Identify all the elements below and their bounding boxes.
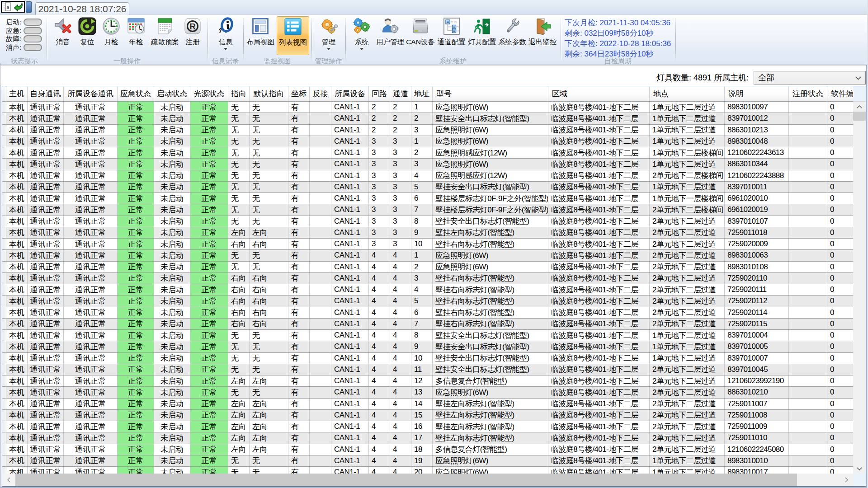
layout-view-button[interactable]: 布局视图 [245,16,275,55]
column-header-1[interactable]: 主机 [6,86,28,101]
table-row[interactable]: 本机通讯正常通讯正常正常未启动正常无无有CAN1-1449壁挂安全出口标志灯(智… [2,341,853,352]
column-header-12[interactable]: 回路 [369,86,390,101]
column-header-20[interactable]: 软件编号 [827,86,853,101]
column-header-5[interactable]: 启动状态 [154,86,190,101]
qat-menu-button[interactable] [26,1,32,13]
column-header-10[interactable]: 反接 [310,86,331,101]
list-view-button[interactable]: 列表视图 [277,16,309,55]
mute-button[interactable]: 消音 [52,16,74,55]
column-header-15[interactable]: 型号 [433,86,548,101]
table-row[interactable]: 本机通讯正常通讯正常正常未启动正常左向左向有CAN1-14415壁挂左向标志灯(… [2,410,853,421]
table-row[interactable]: 本机通讯正常通讯正常正常未启动正常无无有CAN1-14411壁挂安全出口标志灯(… [2,364,853,375]
table-row[interactable]: 本机通讯正常通讯正常正常未启动正常无无有CAN1-1334应急照明感应灯(12W… [2,170,853,182]
table-cell: 本机 [6,444,28,455]
table-row[interactable]: 本机通讯正常通讯正常正常未启动正常无无有CAN1-1221应急照明灯(6W)临波… [2,102,853,113]
table-row[interactable]: 本机通讯正常通讯正常正常未启动正常左向左向有CAN1-14417壁挂左向标志灯(… [2,432,853,444]
title-tab[interactable]: 2021-10-28 18:07:26 [35,2,129,15]
green-arrow-icon[interactable] [13,2,23,12]
table-cell: 正常 [190,467,228,474]
user-management-button[interactable]: 用户管理 [375,16,405,55]
info-button[interactable]: 信息 [212,16,239,55]
column-header-6[interactable]: 光源状态 [190,86,228,101]
column-header-8[interactable]: 默认指向 [250,86,288,101]
table-row[interactable]: 本机通讯正常通讯正常正常未启动正常无无有CAN1-1223应急照明灯(6W)临波… [2,125,853,136]
manage-button[interactable]: 管理 [316,16,342,55]
table-row[interactable]: 本机通讯正常通讯正常正常未启动正常无无有CAN1-1337壁挂楼层标志灯0F-9… [2,204,853,216]
table-row[interactable]: 本机通讯正常通讯正常正常未启动正常无无有CAN1-14413应急照明灯(6W)临… [2,387,853,398]
table-cell: 无 [250,387,288,398]
table-cell: 1单元地下二层过道 [650,113,725,124]
column-header-16[interactable]: 区域 [548,86,650,101]
table-row[interactable]: 本机通讯正常通讯正常正常未启动正常无无有CAN1-14410壁挂安全出口标志灯(… [2,353,853,364]
table-cell [310,262,331,272]
vertical-scrollbar-track[interactable] [853,102,866,474]
vertical-scrollbar[interactable] [853,86,866,474]
column-header-9[interactable]: 坐标 [288,86,310,101]
table-row[interactable]: 本机通讯正常通讯正常正常未启动正常无无有CAN1-14419应急照明灯(6W)临… [2,455,853,467]
table-row[interactable]: 本机通讯正常通讯正常正常未启动正常右向右向有CAN1-13310壁挂右向标志灯(… [2,239,853,250]
table-row[interactable]: 本机通讯正常通讯正常正常未启动正常无无有CAN1-1331应急照明灯(6W)临波… [2,136,853,147]
table-cell: 本机 [6,364,28,375]
system-button[interactable]: 系统 [349,16,375,55]
table-cell: 临波庭8号楼/401-地下二层 [548,204,650,215]
channel-config-button[interactable]: 通道配置 [437,16,466,55]
annual-check-button[interactable]: 年检 [125,16,147,55]
can-device-button[interactable]: CAN设备 [406,16,435,55]
table-row[interactable]: 本机通讯正常通讯正常正常未启动正常无无有CAN1-1336壁挂楼层标志灯0F-9… [2,193,853,204]
monthly-check-button[interactable]: 月检 [100,16,122,55]
system-params-button[interactable]: 系统参数 [497,16,527,55]
table-row[interactable]: 本机通讯正常通讯正常正常未启动正常无无有CAN1-1332应急照明感应灯(12W… [2,147,853,159]
table-row[interactable]: 本机通讯正常通讯正常正常未启动正常右向右向有CAN1-1443壁挂右向标志灯(智… [2,273,853,284]
register-button[interactable]: R 注册 [182,16,203,55]
table-row[interactable]: 本机通讯正常通讯正常正常未启动正常左向左向有CAN1-14418多信息复合灯(智… [2,444,853,455]
table-row[interactable]: 本机通讯正常通讯正常正常未启动正常无无有CAN1-1338壁挂安全出口标志灯(智… [2,216,853,227]
table-row[interactable]: 本机通讯正常通讯正常正常未启动正常无无有CAN1-1335壁挂安全出口标志灯(智… [2,182,853,193]
scroll-right-button[interactable] [840,474,853,486]
column-header-11[interactable]: 所属设备 [331,86,369,101]
scroll-left-button[interactable] [2,474,15,486]
table-row[interactable]: 本机通讯正常通讯正常正常未启动正常无无有CAN1-1448壁挂安全出口标志灯(智… [2,330,853,341]
table-row[interactable]: 本机通讯正常通讯正常正常未启动正常左向左向有CAN1-14416壁挂左向标志灯(… [2,421,853,432]
table-row[interactable]: 本机通讯正常通讯正常正常未启动正常右向右向有CAN1-1444壁挂右向标志灯(智… [2,284,853,296]
table-row[interactable]: 本机通讯正常通讯正常正常未启动正常无无有CAN1-1333应急照明灯(6W)临波… [2,159,853,170]
table-cell: 正常 [118,467,154,474]
column-header-18[interactable]: 说明 [725,86,789,101]
table-row[interactable]: 本机通讯正常通讯正常正常未启动正常无无有CAN1-14420应急照明灯(6W)临… [2,467,853,474]
table-row[interactable]: 本机通讯正常通讯正常正常未启动正常右向右向有CAN1-1447壁挂右向标志灯(智… [2,319,853,330]
table-row[interactable]: 本机通讯正常通讯正常正常未启动正常右向右向有CAN1-1446壁挂右向标志灯(智… [2,307,853,319]
table-cell: 未启动 [154,307,190,318]
column-header-3[interactable]: 所属设备通讯 [64,86,118,101]
table-row[interactable]: 本机通讯正常通讯正常正常未启动正常左向左向有CAN1-1339壁挂左向标志灯(智… [2,227,853,239]
scroll-up-button[interactable] [853,102,866,112]
text-doc-icon[interactable]: a [3,2,11,12]
table-cell: 通讯正常 [64,399,118,409]
table-cell: 7259020111 [725,284,789,295]
column-header-7[interactable]: 指向 [228,86,250,101]
table-row[interactable]: 本机通讯正常通讯正常正常未启动正常左向左向有CAN1-14412多信息复合灯(智… [2,375,853,387]
table-row[interactable]: 本机通讯正常通讯正常正常未启动正常无无有CAN1-1442应急照明灯(6W)临波… [2,262,853,273]
table-cell: 本机 [6,193,28,204]
reset-button[interactable]: 复位 [76,16,98,55]
exit-monitor-button[interactable]: 退出监控 [528,16,557,55]
table-cell: 本机 [6,330,28,341]
scroll-down-button[interactable] [853,464,866,474]
vertical-scrollbar-thumb[interactable] [853,112,866,121]
host-select[interactable]: 全部 [754,71,866,84]
evacuation-plan-button[interactable]: 疏散预案 [150,16,180,55]
horizontal-scrollbar-thumb[interactable] [15,474,797,486]
table-row[interactable]: 本机通讯正常通讯正常正常未启动正常无无有CAN1-1441应急照明灯(6W)临波… [2,250,853,261]
column-header-17[interactable]: 地点 [650,86,725,101]
table-row[interactable]: 本机通讯正常通讯正常正常未启动正常右向右向有CAN1-1445壁挂右向标志灯(智… [2,296,853,307]
table-cell: 本机 [6,227,28,238]
column-header-13[interactable]: 通道 [390,86,411,101]
table-cell: 多信息复合灯(智能型) [433,444,548,455]
column-header-19[interactable]: 注册状态 [789,86,827,101]
column-header-4[interactable]: 应急状态 [118,86,154,101]
lamp-config-button[interactable]: 灯具配置 [467,16,497,55]
horizontal-scrollbar[interactable] [2,474,853,486]
column-header-2[interactable]: 自身通讯 [28,86,64,101]
table-row[interactable]: 本机通讯正常通讯正常正常未启动正常无无有CAN1-1222壁挂安全出口标志灯(智… [2,113,853,124]
table-cell: 通讯正常 [28,262,64,272]
column-header-14[interactable]: 地址 [411,86,433,101]
table-row[interactable]: 本机通讯正常通讯正常正常未启动正常左向左向有CAN1-14414壁挂左向标志灯(… [2,399,853,410]
